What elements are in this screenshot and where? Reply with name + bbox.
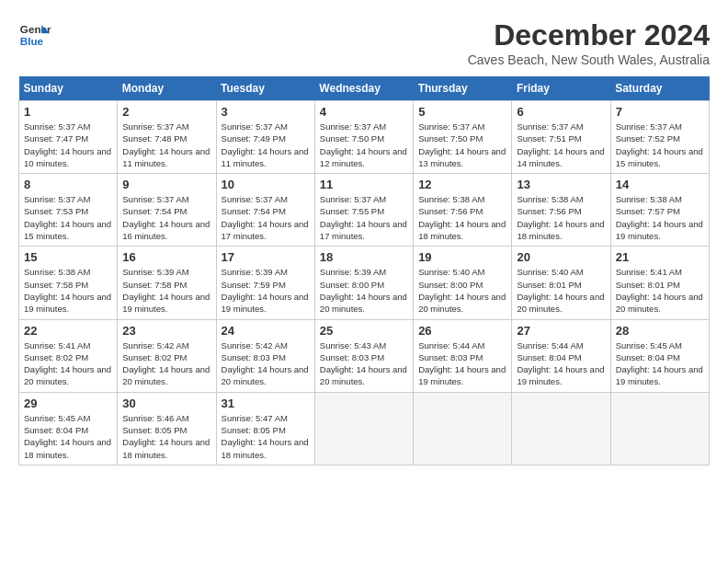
day-info: Sunrise: 5:37 AMSunset: 7:47 PMDaylight:… xyxy=(24,121,112,169)
day-info: Sunrise: 5:47 AMSunset: 8:05 PMDaylight:… xyxy=(222,412,310,461)
day-number: 9 xyxy=(122,178,210,191)
calendar-cell: 27Sunrise: 5:44 AMSunset: 8:04 PMDayligh… xyxy=(512,319,610,392)
calendar-cell: 14Sunrise: 5:38 AMSunset: 7:57 PMDayligh… xyxy=(610,174,709,247)
day-number: 13 xyxy=(517,178,605,191)
day-info: Sunrise: 5:41 AMSunset: 8:01 PMDaylight:… xyxy=(616,266,704,315)
day-info: Sunrise: 5:44 AMSunset: 8:03 PMDaylight:… xyxy=(418,339,506,388)
calendar-cell xyxy=(512,392,610,465)
calendar-cell: 25Sunrise: 5:43 AMSunset: 8:03 PMDayligh… xyxy=(314,319,413,392)
calendar-week-1: 1Sunrise: 5:37 AMSunset: 7:47 PMDaylight… xyxy=(19,101,710,174)
day-info: Sunrise: 5:39 AMSunset: 8:00 PMDaylight:… xyxy=(320,266,408,315)
day-number: 2 xyxy=(122,105,210,119)
day-number: 20 xyxy=(517,250,605,264)
day-number: 12 xyxy=(418,178,506,191)
day-info: Sunrise: 5:38 AMSunset: 7:56 PMDaylight:… xyxy=(418,193,506,242)
title-section: December 2024 Caves Beach, New South Wal… xyxy=(468,18,710,67)
calendar-cell: 16Sunrise: 5:39 AMSunset: 7:58 PMDayligh… xyxy=(118,247,216,319)
header: General Blue December 2024 Caves Beach, … xyxy=(18,18,710,67)
day-number: 21 xyxy=(616,250,704,264)
day-number: 24 xyxy=(222,324,310,338)
day-number: 8 xyxy=(24,178,112,191)
day-number: 1 xyxy=(24,105,112,119)
day-info: Sunrise: 5:39 AMSunset: 7:58 PMDaylight:… xyxy=(122,266,210,315)
calendar-table: SundayMondayTuesdayWednesdayThursdayFrid… xyxy=(18,76,710,465)
calendar-cell: 8Sunrise: 5:37 AMSunset: 7:53 PMDaylight… xyxy=(19,174,118,247)
day-info: Sunrise: 5:37 AMSunset: 7:49 PMDaylight:… xyxy=(222,121,310,169)
day-info: Sunrise: 5:38 AMSunset: 7:57 PMDaylight:… xyxy=(616,193,704,242)
day-info: Sunrise: 5:37 AMSunset: 7:54 PMDaylight:… xyxy=(122,193,210,242)
header-cell-saturday: Saturday xyxy=(610,76,709,101)
day-number: 10 xyxy=(222,178,310,191)
calendar-cell xyxy=(414,392,512,465)
day-number: 16 xyxy=(122,250,210,264)
calendar-cell: 26Sunrise: 5:44 AMSunset: 8:03 PMDayligh… xyxy=(414,319,512,392)
day-info: Sunrise: 5:42 AMSunset: 8:03 PMDaylight:… xyxy=(222,339,310,388)
day-number: 11 xyxy=(320,178,408,191)
calendar-cell: 2Sunrise: 5:37 AMSunset: 7:48 PMDaylight… xyxy=(118,101,216,174)
calendar-cell: 5Sunrise: 5:37 AMSunset: 7:50 PMDaylight… xyxy=(414,101,512,174)
calendar-cell: 13Sunrise: 5:38 AMSunset: 7:56 PMDayligh… xyxy=(512,174,610,247)
day-number: 19 xyxy=(418,250,506,264)
calendar-cell: 10Sunrise: 5:37 AMSunset: 7:54 PMDayligh… xyxy=(216,174,314,247)
calendar-cell: 31Sunrise: 5:47 AMSunset: 8:05 PMDayligh… xyxy=(216,392,314,465)
day-number: 30 xyxy=(122,396,210,410)
day-info: Sunrise: 5:46 AMSunset: 8:05 PMDaylight:… xyxy=(122,412,210,461)
day-number: 6 xyxy=(517,105,605,119)
day-info: Sunrise: 5:37 AMSunset: 7:50 PMDaylight:… xyxy=(320,121,408,169)
logo: General Blue xyxy=(18,18,51,52)
day-number: 7 xyxy=(616,105,704,119)
calendar-cell: 29Sunrise: 5:45 AMSunset: 8:04 PMDayligh… xyxy=(19,392,118,465)
header-cell-wednesday: Wednesday xyxy=(314,76,413,101)
day-info: Sunrise: 5:37 AMSunset: 7:51 PMDaylight:… xyxy=(517,121,605,169)
month-title: December 2024 xyxy=(468,18,710,52)
day-number: 5 xyxy=(418,105,506,119)
day-info: Sunrise: 5:37 AMSunset: 7:48 PMDaylight:… xyxy=(122,121,210,169)
calendar-body: 1Sunrise: 5:37 AMSunset: 7:47 PMDaylight… xyxy=(19,101,710,465)
day-info: Sunrise: 5:45 AMSunset: 8:04 PMDaylight:… xyxy=(616,339,704,388)
day-info: Sunrise: 5:38 AMSunset: 7:56 PMDaylight:… xyxy=(517,193,605,242)
day-number: 27 xyxy=(517,324,605,338)
header-cell-tuesday: Tuesday xyxy=(216,76,314,101)
day-info: Sunrise: 5:38 AMSunset: 7:58 PMDaylight:… xyxy=(24,266,112,315)
calendar-cell: 4Sunrise: 5:37 AMSunset: 7:50 PMDaylight… xyxy=(314,101,413,174)
day-info: Sunrise: 5:37 AMSunset: 7:50 PMDaylight:… xyxy=(418,121,506,169)
calendar-cell: 19Sunrise: 5:40 AMSunset: 8:00 PMDayligh… xyxy=(414,247,512,319)
day-info: Sunrise: 5:42 AMSunset: 8:02 PMDaylight:… xyxy=(122,339,210,388)
day-info: Sunrise: 5:37 AMSunset: 7:52 PMDaylight:… xyxy=(616,121,704,169)
day-number: 23 xyxy=(122,324,210,338)
calendar-cell: 22Sunrise: 5:41 AMSunset: 8:02 PMDayligh… xyxy=(19,319,118,392)
day-info: Sunrise: 5:37 AMSunset: 7:54 PMDaylight:… xyxy=(222,193,310,242)
calendar-cell: 1Sunrise: 5:37 AMSunset: 7:47 PMDaylight… xyxy=(19,101,118,174)
day-number: 17 xyxy=(222,250,310,264)
day-info: Sunrise: 5:40 AMSunset: 8:00 PMDaylight:… xyxy=(418,266,506,315)
day-number: 18 xyxy=(320,250,408,264)
day-number: 14 xyxy=(616,178,704,191)
calendar-cell: 15Sunrise: 5:38 AMSunset: 7:58 PMDayligh… xyxy=(19,247,118,319)
day-number: 25 xyxy=(320,324,408,338)
logo-icon: General Blue xyxy=(18,18,51,52)
location-title: Caves Beach, New South Wales, Australia xyxy=(468,52,710,67)
day-number: 29 xyxy=(24,396,112,410)
day-info: Sunrise: 5:40 AMSunset: 8:01 PMDaylight:… xyxy=(517,266,605,315)
calendar-header-row: SundayMondayTuesdayWednesdayThursdayFrid… xyxy=(19,76,710,101)
svg-text:Blue: Blue xyxy=(20,35,44,47)
day-number: 4 xyxy=(320,105,408,119)
calendar-cell: 28Sunrise: 5:45 AMSunset: 8:04 PMDayligh… xyxy=(610,319,709,392)
header-cell-friday: Friday xyxy=(512,76,610,101)
calendar-cell xyxy=(610,392,709,465)
calendar-cell: 24Sunrise: 5:42 AMSunset: 8:03 PMDayligh… xyxy=(216,319,314,392)
calendar-cell: 17Sunrise: 5:39 AMSunset: 7:59 PMDayligh… xyxy=(216,247,314,319)
svg-text:General: General xyxy=(20,23,51,35)
calendar-cell: 20Sunrise: 5:40 AMSunset: 8:01 PMDayligh… xyxy=(512,247,610,319)
calendar-cell: 3Sunrise: 5:37 AMSunset: 7:49 PMDaylight… xyxy=(216,101,314,174)
day-info: Sunrise: 5:39 AMSunset: 7:59 PMDaylight:… xyxy=(222,266,310,315)
day-info: Sunrise: 5:37 AMSunset: 7:55 PMDaylight:… xyxy=(320,193,408,242)
day-info: Sunrise: 5:45 AMSunset: 8:04 PMDaylight:… xyxy=(24,412,112,461)
day-number: 3 xyxy=(222,105,310,119)
day-number: 28 xyxy=(616,324,704,338)
day-info: Sunrise: 5:41 AMSunset: 8:02 PMDaylight:… xyxy=(24,339,112,388)
calendar-week-2: 8Sunrise: 5:37 AMSunset: 7:53 PMDaylight… xyxy=(19,174,710,247)
header-cell-monday: Monday xyxy=(118,76,216,101)
header-cell-thursday: Thursday xyxy=(414,76,512,101)
day-number: 22 xyxy=(24,324,112,338)
